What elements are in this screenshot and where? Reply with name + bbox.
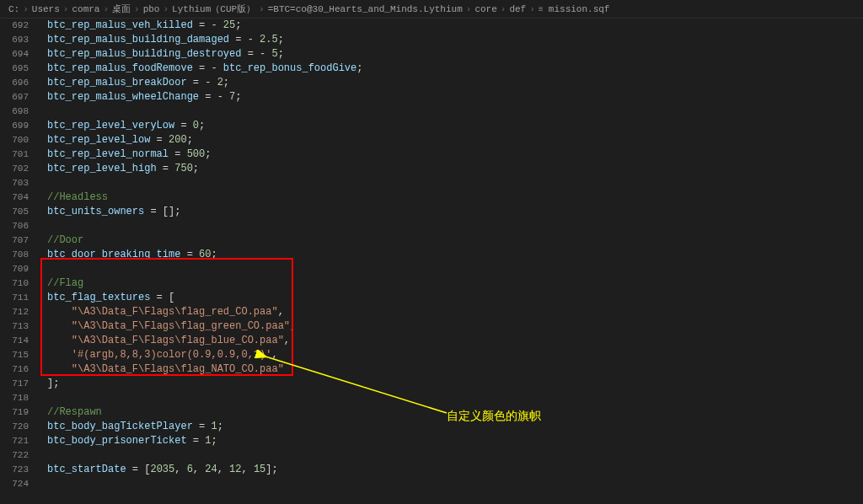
- code-token-comment: //Headless: [47, 191, 108, 203]
- code-line[interactable]: btc_rep_malus_breakDoor = - 2;: [47, 76, 863, 90]
- code-token-num: 25: [223, 19, 235, 31]
- code-token-punc: ;: [356, 62, 362, 74]
- code-line[interactable]: btc_units_owners = [];: [47, 205, 863, 219]
- line-number: 723: [7, 463, 29, 477]
- code-token-num: 60: [199, 249, 211, 260]
- breadcrumb-item[interactable]: C:: [8, 4, 19, 14]
- code-token-op: =: [229, 34, 248, 46]
- line-number: 719: [7, 405, 29, 420]
- code-line[interactable]: btc_flag_textures = [: [47, 291, 863, 305]
- code-line[interactable]: [47, 262, 863, 276]
- code-token-op: -: [260, 48, 271, 60]
- code-line[interactable]: [47, 176, 863, 190]
- code-token-punc: ;: [211, 249, 217, 260]
- breadcrumb-item-label[interactable]: Users: [32, 4, 60, 14]
- code-token-op: =: [174, 120, 193, 131]
- code-line[interactable]: [47, 448, 863, 463]
- code-token-op: =: [193, 19, 212, 31]
- code-token-comment: //Respawn: [47, 406, 102, 418]
- code-token-op: -: [248, 34, 260, 46]
- line-number: 697: [7, 90, 29, 105]
- code-line[interactable]: btc_rep_malus_veh_killed = - 25;: [47, 19, 863, 33]
- code-line[interactable]: "\A3\Data_F\Flags\flag_NATO_CO.paa": [47, 362, 863, 377]
- code-area[interactable]: btc_rep_malus_veh_killed = - 25;btc_rep_…: [40, 19, 863, 504]
- code-line[interactable]: btc_rep_malus_wheelChange = - 7;: [47, 90, 863, 105]
- code-token-num: 2.5: [260, 34, 278, 46]
- code-line[interactable]: btc_rep_level_veryLow = 0;: [47, 119, 863, 133]
- code-line[interactable]: "\A3\Data_F\Flags\flag_red_CO.paa",: [47, 305, 863, 319]
- code-line[interactable]: "\A3\Data_F\Flags\flag_blue_CO.paa",: [47, 334, 863, 348]
- breadcrumb-item[interactable]: core: [474, 4, 496, 14]
- code-line[interactable]: btc_rep_malus_building_destroyed = - 5;: [47, 47, 863, 62]
- code-line[interactable]: "\A3\Data_F\Flags\flag_green_CO.paa",: [47, 319, 863, 334]
- code-token-punc: ,: [271, 349, 277, 361]
- code-line[interactable]: [47, 219, 863, 233]
- code-line[interactable]: btc_rep_level_normal = 500;: [47, 147, 863, 162]
- code-line[interactable]: [47, 477, 863, 491]
- code-token-num: 12: [229, 464, 241, 475]
- line-number: 708: [7, 248, 29, 262]
- code-line[interactable]: '#(argb,8,8,3)color(0.9,0.9,0,1)',: [47, 348, 863, 362]
- breadcrumb-item-label[interactable]: Lythium（CUP版）: [172, 4, 255, 14]
- code-token-punc: ;: [211, 435, 217, 447]
- code-token-str: "\A3\Data_F\Flags\flag_blue_CO.paa": [72, 335, 284, 346]
- code-line[interactable]: btc_rep_malus_foodRemove = - btc_rep_bon…: [47, 62, 863, 76]
- line-number: 720: [7, 420, 29, 434]
- breadcrumb-item-label[interactable]: =BTC=co@30_Hearts_and_Minds.Lythium: [268, 4, 463, 14]
- code-token-indent: [47, 335, 72, 346]
- breadcrumb-item[interactable]: def: [509, 4, 526, 14]
- line-number: 715: [7, 348, 29, 362]
- breadcrumb-item[interactable]: ≡ mission.sqf: [539, 4, 610, 14]
- code-line[interactable]: btc_rep_malus_building_damaged = - 2.5;: [47, 33, 863, 47]
- code-token-punc: ;: [193, 163, 199, 174]
- code-line[interactable]: //Flag: [47, 276, 863, 291]
- code-token-var: btc_rep_malus_veh_killed: [47, 19, 193, 31]
- code-token-punc: ,: [241, 464, 253, 475]
- code-line[interactable]: btc_body_prisonerTicket = 1;: [47, 434, 863, 448]
- code-line[interactable]: [47, 391, 863, 405]
- breadcrumb-item-label[interactable]: pbo: [143, 4, 160, 14]
- code-line[interactable]: //Door: [47, 233, 863, 248]
- breadcrumb[interactable]: C:›Users›comra›桌面›pbo›Lythium（CUP版）›=BTC…: [0, 0, 863, 19]
- breadcrumb-item-label[interactable]: core: [474, 4, 496, 14]
- breadcrumb-item-label[interactable]: mission.sqf: [549, 4, 610, 14]
- breadcrumb-item-label[interactable]: 桌面: [112, 4, 131, 14]
- code-token-punc: ;: [278, 48, 284, 60]
- code-token-num: 2: [217, 77, 223, 88]
- code-line[interactable]: btc_door_breaking_time = 60;: [47, 248, 863, 262]
- code-token-var: btc_body_prisonerTicket: [47, 435, 187, 447]
- code-token-num: 5: [271, 48, 277, 60]
- breadcrumb-item[interactable]: Lythium（CUP版）: [172, 3, 255, 15]
- code-line[interactable]: ];: [47, 377, 863, 391]
- code-line[interactable]: [47, 105, 863, 119]
- code-line[interactable]: //Headless: [47, 190, 863, 205]
- code-token-punc: ];: [265, 464, 277, 475]
- line-number: 700: [7, 133, 29, 147]
- line-number: 706: [7, 219, 29, 233]
- code-token-punc: ;: [278, 34, 284, 46]
- breadcrumb-item[interactable]: =BTC=co@30_Hearts_and_Minds.Lythium: [268, 4, 463, 14]
- code-token-op: -: [211, 62, 222, 74]
- breadcrumb-item-label[interactable]: C:: [8, 4, 19, 14]
- code-token-op: =: [187, 77, 206, 88]
- line-number: 704: [7, 190, 29, 205]
- code-token-punc: ,: [217, 464, 229, 475]
- breadcrumb-item-label[interactable]: comra: [72, 4, 99, 14]
- code-line[interactable]: btc_startDate = [2035, 6, 24, 12, 15];: [47, 463, 863, 477]
- code-token-num: 0: [193, 120, 199, 131]
- code-editor[interactable]: 6926936946956966976986997007017027037047…: [0, 19, 863, 504]
- code-token-var: btc_rep_level_high: [47, 163, 157, 174]
- code-line[interactable]: btc_rep_level_high = 750;: [47, 162, 863, 176]
- breadcrumb-item[interactable]: pbo: [143, 4, 160, 14]
- code-token-op: =: [150, 292, 169, 303]
- code-token-punc: ,: [278, 306, 284, 318]
- breadcrumb-item[interactable]: comra: [72, 4, 99, 14]
- code-token-num: 6: [187, 464, 193, 475]
- code-token-op: =: [180, 249, 199, 260]
- line-number: 712: [7, 305, 29, 319]
- breadcrumb-item[interactable]: Users: [32, 4, 60, 14]
- breadcrumb-item[interactable]: 桌面: [112, 3, 131, 15]
- code-line[interactable]: btc_rep_level_low = 200;: [47, 133, 863, 147]
- breadcrumb-item-label[interactable]: def: [509, 4, 526, 14]
- code-token-op: -: [211, 19, 222, 31]
